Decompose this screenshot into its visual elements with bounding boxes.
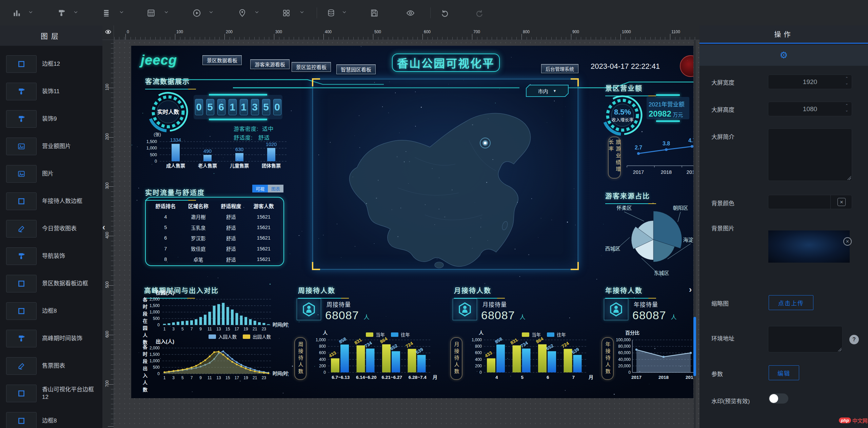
svg-text:(张): (张) bbox=[154, 132, 161, 137]
toolbar-table-button[interactable] bbox=[144, 6, 158, 20]
chevron-down-icon[interactable] bbox=[119, 9, 126, 16]
nav-button-3[interactable]: 智慧园区看板 bbox=[336, 64, 376, 74]
toolbar-play-button[interactable] bbox=[190, 6, 203, 20]
layer-item[interactable]: 边框8 bbox=[0, 409, 102, 428]
toolbar-list-button[interactable] bbox=[99, 6, 113, 20]
bgcolor-input[interactable]: ✕ bbox=[768, 195, 852, 209]
layer-item[interactable]: 图片 bbox=[0, 162, 102, 190]
svg-text:652: 652 bbox=[545, 343, 554, 351]
help-icon[interactable]: ? bbox=[849, 335, 859, 344]
chevron-down-icon[interactable] bbox=[209, 9, 215, 16]
layer-item-label: 装饰9 bbox=[42, 107, 99, 130]
year-area-chart[interactable]: 百分比100,00080,00060,00040,00020,000020172… bbox=[613, 329, 693, 387]
chevron-down-icon[interactable] bbox=[299, 9, 306, 16]
clear-color-icon[interactable]: ✕ bbox=[837, 198, 846, 206]
canvas-scrollbar-thumb[interactable] bbox=[693, 317, 696, 376]
height-input[interactable]: 1080 ⌃⌄ bbox=[768, 102, 852, 116]
dashboard-preview[interactable]: jeecg 景区数据看板游客来源看板景区监控看板智慧园区看板 香山公园可视化平 … bbox=[131, 46, 693, 398]
svg-text:1020: 1020 bbox=[266, 142, 277, 147]
svg-text:儿童售票: 儿童售票 bbox=[230, 163, 249, 168]
layer-item[interactable]: 香山可视化平台边框12 bbox=[0, 382, 102, 409]
nav-button-2[interactable]: 景区监控看板 bbox=[292, 62, 331, 72]
svg-text:西城区: 西城区 bbox=[605, 246, 620, 251]
nav-button-0[interactable]: 景区数据看板 bbox=[202, 55, 242, 65]
settings-tab[interactable]: ⚙ bbox=[699, 45, 868, 66]
svg-text:团体售票: 团体售票 bbox=[262, 163, 281, 168]
layer-item[interactable]: 边框12 bbox=[0, 53, 102, 80]
height-stepper[interactable]: ⌃⌄ bbox=[845, 104, 848, 112]
toolbar-save-button[interactable] bbox=[367, 6, 381, 20]
layer-item[interactable]: 景区数据看板边框 bbox=[0, 272, 102, 300]
bgimage-preview[interactable] bbox=[768, 230, 850, 263]
toggle-visual[interactable]: 可视 bbox=[252, 185, 268, 192]
svg-text:831: 831 bbox=[354, 337, 363, 346]
upload-button[interactable]: 点击上传 bbox=[769, 295, 813, 310]
month-bar-chart[interactable]: 人1,0008006004002000433858483173458646526… bbox=[464, 329, 596, 387]
layer-item[interactable]: 今日营收图表 bbox=[0, 217, 102, 245]
chevron-down-icon[interactable] bbox=[164, 9, 171, 16]
region-select[interactable]: 市内▼ bbox=[526, 85, 569, 97]
remove-image-icon[interactable]: ✕ bbox=[843, 237, 852, 246]
table-header: 游客人数 bbox=[248, 200, 280, 211]
toggle-chart[interactable]: 图表 bbox=[268, 185, 283, 192]
table-row: 4邀月榭舒适15621 bbox=[149, 211, 280, 222]
sidebar-collapse-button[interactable]: ‹ bbox=[100, 220, 107, 235]
admin-system-button[interactable]: 后台管理系统 bbox=[541, 64, 578, 73]
svg-text:收入增长率: 收入增长率 bbox=[611, 117, 633, 122]
layer-item[interactable]: 高峰期时间装饰 bbox=[0, 327, 102, 354]
toolbar-grid-button[interactable] bbox=[279, 6, 293, 20]
layer-item-label: 售票图表 bbox=[42, 354, 99, 378]
layer-item-label: 导航装饰 bbox=[42, 245, 99, 268]
growth-line-chart[interactable]: 2.720173.820184.72019 bbox=[622, 137, 693, 178]
svg-text:864: 864 bbox=[535, 336, 544, 345]
inpark-bar-chart[interactable]: 在园(人)2,0001,5001,00050001357911131517192… bbox=[135, 289, 289, 335]
inout-line-chart[interactable]: 出入(人)2,0001,5001,00050001357911131517192… bbox=[135, 338, 289, 387]
svg-text:1334: 1334 bbox=[170, 137, 181, 143]
svg-text:9: 9 bbox=[199, 327, 202, 331]
svg-text:2017: 2017 bbox=[631, 375, 642, 380]
toolbar-undo-button[interactable] bbox=[438, 6, 451, 20]
chevron-down-icon[interactable] bbox=[28, 9, 35, 16]
week-bar-chart[interactable]: 人1,00080060040020004338586.7~6.138317346… bbox=[308, 329, 440, 387]
toolbar-eye-button[interactable] bbox=[403, 6, 417, 20]
svg-text:朝阳区: 朝阳区 bbox=[673, 205, 688, 211]
svg-text:600: 600 bbox=[475, 350, 482, 355]
toolbar-redo-button[interactable] bbox=[473, 6, 486, 20]
paint-roller-icon bbox=[6, 247, 37, 265]
week-stat-label: 周接待量 bbox=[327, 300, 351, 308]
width-stepper[interactable]: ⌃⌄ bbox=[845, 77, 848, 85]
toolbar-paint-roller-button[interactable] bbox=[55, 6, 68, 20]
layer-item[interactable]: 营业额图片 bbox=[0, 135, 102, 162]
watermark-toggle[interactable] bbox=[769, 393, 788, 404]
chevron-down-icon[interactable] bbox=[342, 9, 349, 16]
layer-item-label: 边框8 bbox=[42, 300, 99, 323]
layer-item[interactable]: 边框8 bbox=[0, 300, 102, 327]
width-input[interactable]: 1920 ⌃⌄ bbox=[768, 75, 852, 89]
chevron-down-icon[interactable] bbox=[254, 9, 261, 16]
toolbar-database-button[interactable] bbox=[324, 6, 338, 20]
layer-item[interactable]: 装饰9 bbox=[0, 107, 102, 135]
layer-item[interactable]: 装饰11 bbox=[0, 80, 102, 107]
intro-textarea[interactable] bbox=[768, 128, 852, 181]
origin-pie-chart[interactable]: 朝阳区海淀区东城区西城区怀柔区 bbox=[603, 199, 693, 278]
toolbar-bar-chart-button[interactable] bbox=[10, 6, 23, 20]
panel-collapse-button[interactable]: › bbox=[687, 282, 694, 297]
ticket-bar-chart[interactable]: (张)1,5001,00050001334成人售票490老人售票630儿童售票1… bbox=[139, 130, 291, 171]
layer-item[interactable]: 年接待人数边框 bbox=[0, 190, 102, 217]
nav-button-1[interactable]: 游客来源看板 bbox=[250, 59, 290, 69]
toolbar-map-pin-button[interactable] bbox=[235, 6, 249, 20]
svg-text:6.7~6.13: 6.7~6.13 bbox=[332, 375, 350, 380]
layer-item[interactable]: 导航装饰 bbox=[0, 245, 102, 272]
svg-text:1,000: 1,000 bbox=[316, 338, 326, 342]
designer-app: 图层 边框12装饰11装饰9营业额图片图片年接待人数边框今日营收图表导航装饰景区… bbox=[0, 0, 868, 428]
chevron-down-icon[interactable] bbox=[73, 9, 80, 16]
china-map-widget[interactable]: 市内▼ bbox=[313, 79, 578, 269]
env-textarea[interactable] bbox=[768, 326, 843, 352]
intro-label: 大屏简介 bbox=[711, 132, 734, 141]
horizontal-ruler: 010020030040050060070080090010001100 bbox=[114, 25, 699, 40]
layer-item[interactable]: 售票图表 bbox=[0, 354, 102, 382]
edit-params-button[interactable]: 编辑 bbox=[769, 365, 799, 380]
ruler-corner[interactable] bbox=[102, 25, 114, 40]
flow-section-title: 客流数据展示 bbox=[145, 76, 190, 86]
comfort-table[interactable]: 舒适排名区域名称舒适程度游客人数4邀月榭舒适156215玉乳泉舒适156216罗… bbox=[145, 197, 284, 266]
